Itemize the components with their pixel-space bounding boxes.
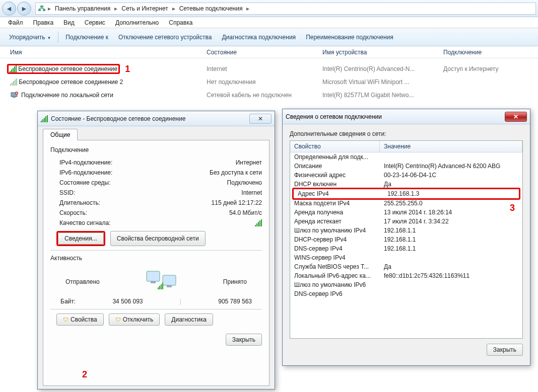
crumb-cp[interactable]: Панель управления — [52, 5, 113, 12]
menu-file[interactable]: Файл — [3, 19, 28, 26]
network-icon — [38, 5, 46, 13]
table-row[interactable]: Определенный для подк... — [290, 152, 522, 162]
list-item[interactable]: Беспроводное сетевое соединение 2 Нет по… — [0, 75, 538, 89]
table-row[interactable]: DHCP включенДа — [290, 180, 522, 189]
table-row[interactable]: DHCP-сервер IPv4192.168.1.1 — [290, 235, 522, 244]
dialog-title: Сведения о сетевом подключении — [286, 113, 382, 120]
table-row[interactable]: Физический адрес00-23-14-06-D4-1C — [290, 171, 522, 180]
tab-general[interactable]: Общие — [43, 129, 78, 140]
tb-organize[interactable]: Упорядочить▼ — [4, 32, 56, 43]
table-row[interactable]: DNS-сервер IPv6 — [290, 289, 522, 298]
shield-icon: 🛡 — [63, 317, 69, 323]
table-row[interactable]: Адрес IPv4192.168.1.3 — [292, 188, 520, 200]
close-button[interactable]: Закрыть — [226, 334, 262, 346]
col-name[interactable]: Имя — [10, 49, 207, 56]
svg-rect-10 — [158, 287, 159, 289]
menu-help[interactable]: Справка — [164, 19, 197, 26]
table-row[interactable]: WINS-сервер IPv4 — [290, 253, 522, 262]
col-dev[interactable]: Имя устройства — [322, 49, 443, 56]
table-row[interactable]: Шлюз по умолчанию IPv6 — [290, 280, 522, 289]
col-state[interactable]: Состояние — [207, 49, 322, 56]
marker-1: 1 — [125, 64, 130, 74]
svg-rect-4 — [13, 97, 16, 98]
table-row[interactable]: Служба NetBIOS через T...Да — [290, 262, 522, 271]
svg-rect-1 — [43, 9, 45, 11]
table-row[interactable]: ОписаниеIntel(R) Centrino(R) Advanced-N … — [290, 162, 522, 171]
wifi-icon — [41, 115, 48, 122]
back-button[interactable]: ◄ — [2, 2, 16, 16]
marker-2: 2 — [82, 369, 87, 380]
details-listview: Свойство Значение Определенный для подк.… — [290, 140, 523, 339]
col-conn[interactable]: Подключение — [443, 49, 482, 56]
wifi-icon — [10, 79, 17, 86]
svg-rect-7 — [163, 275, 176, 285]
close-button[interactable]: Закрыть — [487, 344, 523, 356]
conn-name: Подключение по локальной сети — [21, 92, 113, 99]
table-row[interactable]: Маска подсети IPv4255.255.255.0 — [290, 199, 522, 208]
svg-rect-0 — [38, 9, 41, 11]
group-activity: Активность — [50, 255, 262, 262]
tb-rename[interactable]: Переименование подключения — [301, 32, 398, 43]
properties-button[interactable]: 🛡Свойства — [56, 313, 104, 326]
table-row[interactable]: Аренда истекает17 июля 2014 г. 3:34:22 — [290, 217, 522, 226]
col-property[interactable]: Свойство — [290, 141, 380, 152]
activity-icon — [139, 268, 184, 296]
svg-rect-11 — [159, 286, 160, 289]
menu-edit[interactable]: Правка — [28, 19, 59, 26]
menu-bar: Файл Правка Вид Сервис Дополнительно Спр… — [0, 17, 538, 28]
menu-adv[interactable]: Дополнительно — [110, 19, 164, 26]
disable-button[interactable]: 🛡Отключить — [109, 313, 160, 326]
svg-rect-2 — [40, 6, 43, 8]
connection-list: Беспроводное сетевое соединение 1 Intern… — [0, 58, 538, 102]
toolbar: Упорядочить▼ Подключение к Отключение се… — [0, 28, 538, 46]
group-connection: Подключение — [50, 146, 262, 153]
menu-view[interactable]: Вид — [58, 19, 80, 26]
signal-bars-icon — [255, 219, 262, 226]
conn-name: Беспроводное сетевое соединение 2 — [19, 79, 123, 86]
diagnose-button[interactable]: Диагностика — [165, 313, 213, 326]
lan-icon — [10, 91, 18, 99]
bytes-sent: 34 506 093 — [112, 298, 143, 305]
svg-rect-6 — [147, 271, 160, 281]
table-row[interactable]: DNS-сервер IPv4192.168.1.1 — [290, 244, 522, 253]
table-row[interactable]: Локальный IPv6-адрес ка...fe80::d1b1:2c7… — [290, 271, 522, 280]
tb-disable[interactable]: Отключение сетевого устройства — [113, 32, 217, 43]
wireless-props-button[interactable]: Свойства беспроводной сети — [110, 231, 206, 246]
crumb-nc[interactable]: Сетевые подключения — [176, 5, 246, 12]
dialog-title: Состояние - Беспроводное сетевое соедине… — [51, 115, 185, 122]
list-label: Дополнительные сведения о сети: — [290, 130, 523, 137]
details-button[interactable]: Сведения... — [58, 232, 104, 245]
forward-button[interactable]: ► — [17, 2, 31, 16]
list-item[interactable]: Беспроводное сетевое соединение 1 Intern… — [0, 62, 538, 75]
col-value[interactable]: Значение — [380, 141, 522, 152]
marker-3: 3 — [510, 203, 515, 213]
table-row[interactable]: Шлюз по умолчанию IPv4192.168.1.1 — [290, 226, 522, 235]
column-headers: Имя Состояние Имя устройства Подключение — [0, 46, 538, 58]
tb-diag[interactable]: Диагностика подключения — [217, 32, 301, 43]
conn-name: Беспроводное сетевое соединение — [18, 65, 117, 72]
tb-connect[interactable]: Подключение к — [60, 32, 113, 43]
address-bar: ◄ ► ▸ Панель управления▸ Сеть и Интернет… — [0, 0, 538, 17]
titlebar[interactable]: Сведения о сетевом подключении ✕ — [283, 109, 530, 124]
svg-rect-12 — [161, 284, 162, 289]
close-button[interactable]: ✕ — [505, 112, 527, 122]
close-button[interactable]: ✕ — [249, 114, 272, 124]
status-dialog: Состояние - Беспроводное сетевое соедине… — [37, 111, 275, 389]
crumb-ni[interactable]: Сеть и Интернет — [118, 5, 171, 12]
details-dialog: Сведения о сетевом подключении ✕ Дополни… — [282, 109, 530, 366]
shield-icon: 🛡 — [115, 317, 121, 323]
breadcrumb[interactable]: ▸ Панель управления▸ Сеть и Интернет▸ Се… — [35, 3, 536, 15]
list-item[interactable]: Подключение по локальной сети Сетевой ка… — [0, 89, 538, 102]
svg-rect-9 — [167, 285, 172, 287]
menu-tools[interactable]: Сервис — [80, 19, 110, 26]
bytes-recv: 905 789 563 — [218, 298, 252, 305]
wifi-icon — [10, 65, 17, 72]
svg-rect-13 — [162, 283, 163, 289]
titlebar[interactable]: Состояние - Беспроводное сетевое соедине… — [38, 111, 275, 126]
table-row[interactable]: Аренда получена13 июля 2014 г. 18:26:14 — [290, 208, 522, 217]
svg-rect-8 — [151, 281, 156, 283]
